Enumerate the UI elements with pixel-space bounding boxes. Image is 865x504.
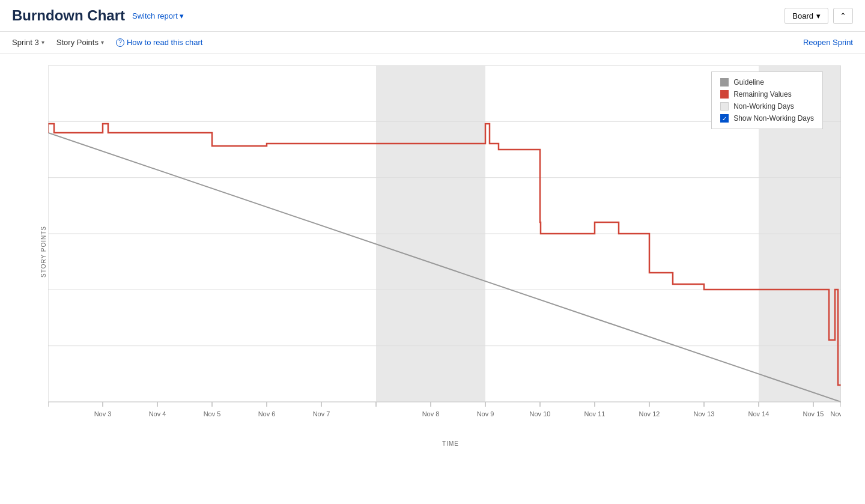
story-points-label: Story Points (56, 38, 99, 47)
story-points-chevron-icon: ▾ (101, 39, 104, 46)
reopen-label: Reopen Sprint (803, 38, 853, 47)
legend-item-guideline: Guideline (720, 78, 814, 87)
board-label: Board (792, 11, 813, 20)
svg-text:Nov 12: Nov 12 (639, 410, 660, 417)
legend-item-show-nonworking[interactable]: Show Non-Working Days (720, 114, 814, 123)
how-to-label: How to read this chart (127, 38, 202, 47)
x-axis-label: TIME (48, 440, 853, 447)
legend-item-nonworking: Non-Working Days (720, 102, 814, 111)
svg-text:Nov 15: Nov 15 (803, 410, 824, 417)
chart-legend: Guideline Remaining Values Non-Working D… (711, 71, 823, 129)
chart-container: STORY POINTS 0 10 20 30 40 50 (0, 53, 865, 471)
sprint-label: Sprint 3 (12, 38, 39, 47)
remaining-label: Remaining Values (733, 90, 792, 99)
svg-text:Nov 8: Nov 8 (422, 410, 440, 417)
svg-text:Nov 11: Nov 11 (584, 410, 606, 417)
page-title: Burndown Chart (12, 7, 125, 24)
svg-text:Nov 10: Nov 10 (530, 410, 551, 417)
svg-text:Nov 5: Nov 5 (204, 410, 221, 417)
svg-text:Nov 16: Nov 16 (831, 410, 841, 417)
y-axis-label: STORY POINTS (40, 226, 47, 278)
remaining-swatch (720, 90, 729, 99)
story-points-selector-button[interactable]: Story Points ▾ (56, 38, 104, 47)
header-left: Burndown Chart Switch report ▾ (12, 7, 184, 24)
chart-area: STORY POINTS 0 10 20 30 40 50 (48, 65, 841, 438)
show-nonworking-checkbox[interactable] (720, 114, 729, 123)
svg-text:Nov 14: Nov 14 (748, 410, 769, 417)
sprint-selector-button[interactable]: Sprint 3 ▾ (12, 38, 44, 47)
how-to-read-button[interactable]: ? How to read this chart (116, 38, 202, 47)
collapse-icon: ⌃ (840, 11, 846, 20)
svg-text:Nov 7: Nov 7 (313, 410, 330, 417)
question-icon: ? (116, 38, 124, 47)
board-button[interactable]: Board ▾ (785, 8, 828, 24)
chevron-down-icon: ▾ (180, 11, 184, 20)
toolbar-left: Sprint 3 ▾ Story Points ▾ ? How to read … (12, 38, 202, 47)
toolbar: Sprint 3 ▾ Story Points ▾ ? How to read … (0, 32, 865, 53)
nonworking-label: Non-Working Days (733, 102, 794, 111)
svg-text:Nov 6: Nov 6 (258, 410, 276, 417)
guideline-swatch (720, 78, 729, 87)
header: Burndown Chart Switch report ▾ Board ▾ ⌃ (0, 0, 865, 32)
switch-report-label: Switch report (132, 11, 178, 20)
reopen-sprint-button[interactable]: Reopen Sprint (803, 38, 853, 47)
switch-report-button[interactable]: Switch report ▾ (132, 11, 184, 20)
sprint-chevron-icon: ▾ (41, 39, 44, 46)
guideline-label: Guideline (733, 78, 764, 87)
nonworking-swatch (720, 102, 729, 111)
svg-text:Nov 9: Nov 9 (477, 410, 494, 417)
svg-text:Nov 3: Nov 3 (94, 410, 112, 417)
legend-item-remaining: Remaining Values (720, 90, 814, 99)
svg-text:Nov 13: Nov 13 (694, 410, 715, 417)
svg-text:Nov 4: Nov 4 (149, 410, 166, 417)
show-nonworking-label: Show Non-Working Days (733, 114, 814, 123)
collapse-button[interactable]: ⌃ (833, 8, 853, 24)
header-right: Board ▾ ⌃ (785, 8, 853, 24)
board-chevron-icon: ▾ (816, 11, 821, 20)
